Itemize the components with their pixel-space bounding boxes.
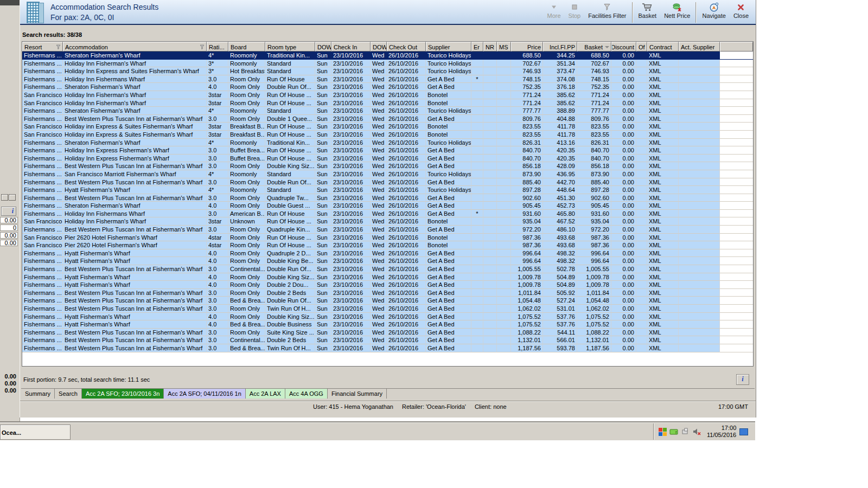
- tab-summary[interactable]: Summary: [21, 389, 55, 399]
- table-row[interactable]: San FranciscoHoliday inn Express & Suite…: [22, 131, 753, 139]
- table-row[interactable]: Fishermans ...Hyatt Fisherman's Wharf4*R…: [22, 186, 753, 194]
- column-header-resort[interactable]: Resort: [22, 42, 63, 52]
- column-header-price[interactable]: Price: [511, 42, 543, 52]
- taskbar-window-button[interactable]: Ocea...: [0, 425, 71, 440]
- column-header-discount[interactable]: Discount: [611, 42, 636, 52]
- table-row[interactable]: Fishermans ...Holiday Inn Fishermans Wha…: [22, 75, 753, 84]
- column-header-board[interactable]: Board: [228, 42, 265, 52]
- antivirus-tray-icon[interactable]: [658, 427, 667, 436]
- table-row[interactable]: Fishermans ...San Francisco Marriott Fis…: [22, 170, 753, 178]
- tab-acc-2a-sfo-04-11-2016-1n[interactable]: Acc 2A SFO; 04/11/2016 1n: [164, 389, 246, 399]
- close-button[interactable]: Close: [730, 1, 752, 20]
- cell-supplier: Tourico Holidays: [426, 67, 471, 75]
- maximize-window-icon[interactable]: [9, 194, 16, 201]
- column-header-rating[interactable]: Rati...: [207, 42, 228, 52]
- cell-basket: 1,132.01: [577, 336, 611, 344]
- side-value-field[interactable]: 0.00: [0, 217, 18, 223]
- facilities-filter-button[interactable]: Facilities Filter: [584, 1, 630, 20]
- column-header-supplier[interactable]: Supplier: [426, 42, 471, 52]
- cell-board: Room Only: [228, 234, 265, 242]
- table-row[interactable]: Fishermans ...Best Western Plus Tuscan I…: [22, 226, 753, 234]
- filter-funnel-icon[interactable]: [56, 44, 61, 50]
- column-header-contract[interactable]: Contract: [647, 42, 679, 52]
- restore-window-icon[interactable]: [1, 194, 8, 201]
- table-row[interactable]: Fishermans ...Best Western Plus Tuscan I…: [22, 305, 753, 313]
- column-header-check-in[interactable]: Check In: [331, 42, 371, 52]
- column-header-ms[interactable]: MS: [497, 42, 511, 52]
- cell-filler: [720, 60, 753, 68]
- column-header-er[interactable]: Er: [471, 42, 483, 52]
- table-row[interactable]: Fishermans ...Holiday Inn Express Fisher…: [22, 146, 753, 155]
- table-row[interactable]: Fishermans ...Holiday Inn Fisherman's Wh…: [22, 60, 753, 68]
- table-row[interactable]: Fishermans ...Best Western Plus Tuscan I…: [22, 178, 753, 187]
- column-header-dow-in[interactable]: DOW: [315, 42, 331, 52]
- table-row[interactable]: San FranciscoHoliday Inn Fisherman's Wha…: [22, 91, 753, 99]
- table-row[interactable]: Fishermans ...Hyatt Fisherman's Wharf4.0…: [22, 273, 753, 281]
- cell-basket: 873.90: [577, 170, 611, 178]
- table-row[interactable]: Fishermans ...Hyatt Fisherman's Wharf4.0…: [22, 257, 753, 265]
- table-row[interactable]: Fishermans ...Sheraton Fisherman's Wharf…: [22, 107, 753, 115]
- table-row[interactable]: Fishermans ...Hyatt Fisherman's Wharf4.0…: [22, 249, 753, 258]
- side-value-field[interactable]: 0: [0, 224, 18, 231]
- table-row[interactable]: Fishermans ...Holiday Inn Fishermans Wha…: [22, 210, 753, 218]
- info-button[interactable]: i: [736, 374, 749, 385]
- table-row[interactable]: Fishermans ...Best Western Plus Tuscan I…: [22, 297, 753, 305]
- tab-acc-4a-ogg[interactable]: Acc 4A OGG: [285, 389, 328, 399]
- cell-basket: 1,075.52: [577, 320, 611, 329]
- stop-button[interactable]: Stop: [565, 1, 585, 20]
- table-row[interactable]: Fishermans ...Best Western Plus Tuscan I…: [22, 162, 753, 170]
- info-button-left[interactable]: i: [1, 207, 16, 216]
- table-row[interactable]: Fishermans ...Best Western Plus Tuscan I…: [22, 265, 753, 273]
- tab-financial-summary[interactable]: Financial Summary: [328, 389, 387, 399]
- table-row[interactable]: Fishermans ...Best Western Plus Tuscan I…: [22, 329, 753, 337]
- display-tray-icon[interactable]: [739, 428, 748, 435]
- table-row[interactable]: Fishermans ...Best Western Plus Tuscan I…: [22, 115, 753, 123]
- side-value-field[interactable]: 0.00: [0, 232, 18, 239]
- column-header-check-out[interactable]: Check Out: [387, 42, 426, 52]
- table-row[interactable]: Fishermans ...Best Western Plus Tuscan I…: [22, 194, 753, 202]
- side-value-field[interactable]: 0.00: [0, 240, 18, 246]
- table-row[interactable]: Fishermans ...Best Western Plus Tuscan I…: [22, 289, 753, 297]
- tab-search[interactable]: Search: [55, 389, 82, 399]
- table-row[interactable]: Fishermans ...Sheraton Fisherman's Wharf…: [22, 52, 753, 60]
- more-button[interactable]: More: [544, 1, 565, 20]
- column-header-basket[interactable]: Basket: [577, 42, 611, 52]
- volume-muted-tray-icon[interactable]: [692, 427, 701, 436]
- table-row[interactable]: Fishermans ...Best Western Plus Tuscan I…: [22, 344, 753, 352]
- card-tray-icon[interactable]: f: [669, 427, 679, 436]
- nett-price-button[interactable]: Nett Price: [660, 1, 694, 20]
- table-row[interactable]: Fishermans ...Hyatt Fisherman's Wharf4.0…: [22, 281, 753, 289]
- table-row[interactable]: San FranciscoHoliday inn Express & Suite…: [22, 123, 753, 131]
- table-row[interactable]: Fishermans ...Sheraton Fisherman's Wharf…: [22, 83, 753, 91]
- table-row[interactable]: San FranciscoPier 2620 Hotel Fisherman's…: [22, 234, 753, 242]
- column-header-incl-fl-pp[interactable]: Incl.Fl.PP: [543, 42, 577, 52]
- table-row[interactable]: Fishermans ...Hyatt Fisherman's Wharf4.0…: [22, 313, 753, 321]
- table-row[interactable]: Fishermans ...Hyatt Fisherman's Wharf4.0…: [22, 320, 753, 329]
- cell-filler: [720, 241, 753, 249]
- table-row[interactable]: Fishermans ...Best Western Plus Tuscan I…: [22, 336, 753, 344]
- column-header-accommodation[interactable]: Accommodation: [63, 42, 207, 52]
- network-tray-icon[interactable]: [681, 427, 690, 436]
- table-row[interactable]: Fishermans ...Sheraton Fisherman's Wharf…: [22, 139, 753, 147]
- table-row[interactable]: Fishermans ...Sheraton Fisherman's Wharf…: [22, 202, 753, 210]
- column-header-room-type[interactable]: Room type: [265, 42, 315, 52]
- table-row[interactable]: Fishermans ...Holiday Inn Express Fisher…: [22, 155, 753, 163]
- table-row[interactable]: San FranciscoHoliday Inn Fisherman's Wha…: [22, 99, 753, 107]
- table-row[interactable]: San FranciscoHoliday Inn Fisherman's Wha…: [22, 217, 753, 226]
- navigate-button[interactable]: Navigate: [698, 1, 729, 20]
- table-row[interactable]: Fishermans ...Holiday Inn Express and Su…: [22, 67, 753, 75]
- filter-funnel-icon[interactable]: [200, 44, 205, 50]
- tab-acc-2a-lax[interactable]: Acc 2A LAX: [246, 389, 285, 399]
- cell-nr: [483, 139, 497, 147]
- tab-acc-2a-sfo-23-10-2016-3n[interactable]: Acc 2A SFO; 23/10/2016 3n: [82, 389, 164, 399]
- cell-rating: 4.0: [207, 249, 228, 258]
- table-row[interactable]: San FranciscoPier 2620 Hotel Fisherman's…: [22, 241, 753, 249]
- column-header-act-supplier[interactable]: Act. Supplier: [679, 42, 720, 52]
- column-header-nr[interactable]: NR: [483, 42, 497, 52]
- column-header-dow-out[interactable]: DOW: [371, 42, 387, 52]
- basket-button[interactable]: Basket: [635, 1, 661, 20]
- cell-contract: XML: [647, 305, 679, 313]
- cell-room-type: Quadruple Tw...: [265, 194, 315, 202]
- column-header-of[interactable]: Of: [636, 42, 647, 52]
- cell-dow-out: Wed: [371, 115, 387, 123]
